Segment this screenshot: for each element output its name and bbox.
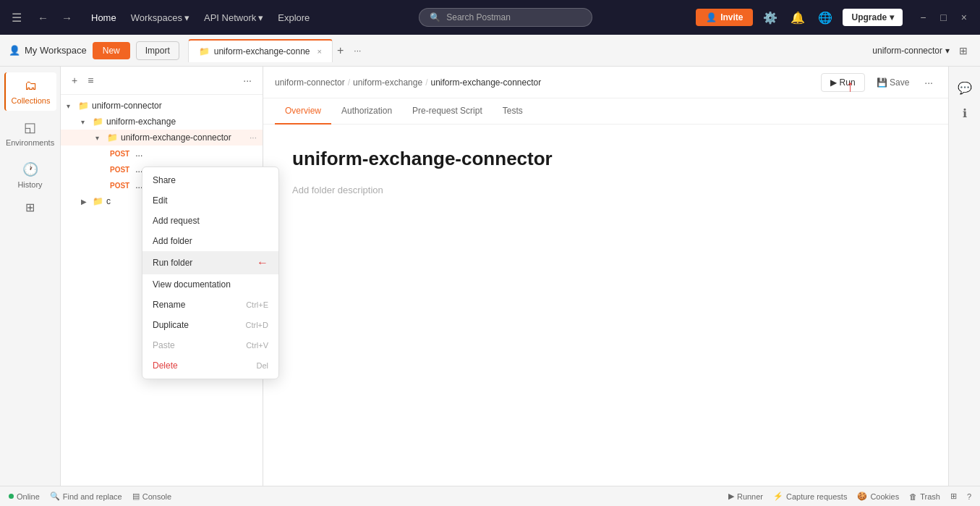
notifications-bell-icon[interactable]: 🔔 — [788, 8, 808, 28]
online-status[interactable]: Online — [9, 492, 40, 501]
tab-overview[interactable]: Overview — [275, 98, 331, 125]
console-button[interactable]: ▤ Console — [132, 492, 171, 501]
sidebar-item-environments[interactable]: ◱ Environments — [4, 114, 56, 153]
sidebar-item-collections[interactable]: 🗂 Collections — [4, 72, 56, 111]
workspaces-menu-item[interactable]: Workspaces ▾ — [125, 9, 195, 26]
info-icon[interactable]: ℹ — [957, 101, 973, 126]
maximize-button[interactable]: □ — [936, 10, 950, 25]
breadcrumb-part2[interactable]: uniform-exchange — [353, 77, 422, 88]
tab-more-button[interactable]: ··· — [348, 44, 367, 57]
main-area: 🗂 Collections ◱ Environments 🕐 History ⊞… — [0, 67, 980, 486]
ctx-share[interactable]: Share — [142, 170, 263, 190]
grid-button[interactable]: ⊞ — [950, 492, 957, 501]
child2-folder-icon: 📁 — [107, 132, 118, 143]
settings-gear-icon[interactable]: ⚙️ — [760, 8, 780, 28]
child1-chevron-icon: ▾ — [81, 118, 90, 126]
ctx-edit[interactable]: Edit — [142, 190, 263, 211]
environments-icon: ◱ — [24, 119, 36, 135]
api-network-label: API Network — [204, 12, 256, 23]
help-button[interactable]: ? — [967, 492, 971, 501]
tree-post-item-1[interactable]: POST ... — [61, 146, 263, 161]
workspace-name: 👤 My Workspace — [9, 45, 87, 56]
runner-button[interactable]: ▶ Runner — [728, 492, 763, 501]
ctx-view-documentation[interactable]: View documentation — [142, 274, 263, 295]
other-chevron-icon: ▶ — [81, 198, 90, 206]
post-badge-3: POST — [110, 182, 129, 190]
person-workspace-icon: 👤 — [9, 45, 20, 56]
search-bar[interactable]: 🔍 Search Postman — [419, 8, 592, 27]
api-network-menu-item[interactable]: API Network ▾ — [198, 9, 269, 26]
upgrade-button[interactable]: Upgrade ▾ — [843, 9, 903, 26]
tree-child1-item[interactable]: ▾ 📁 uniform-exchange — [61, 114, 263, 130]
add-collection-button[interactable]: + — [68, 72, 81, 88]
online-dot-icon — [9, 494, 14, 499]
collections-icon: 🗂 — [25, 78, 38, 93]
ctx-add-folder[interactable]: Add folder — [142, 231, 263, 251]
content-more-button[interactable]: ··· — [921, 75, 937, 90]
main-tab[interactable]: 📁 uniform-exchange-conne × — [188, 39, 333, 62]
runner-icon: ▶ — [728, 492, 734, 501]
run-arrow-icon: ↑ — [846, 77, 854, 96]
breadcrumb-sep2: / — [425, 77, 427, 88]
import-button[interactable]: Import — [136, 41, 179, 60]
panel-header: + ≡ ··· — [61, 67, 263, 95]
minimize-button[interactable]: − — [916, 10, 930, 25]
filter-button[interactable]: ≡ — [84, 72, 97, 88]
breadcrumb-current: uniform-exchange-connector — [430, 77, 541, 88]
ctx-paste-label: Paste — [153, 340, 175, 350]
breadcrumb-sep1: / — [348, 77, 350, 88]
nav-forward-button[interactable]: → — [57, 9, 77, 27]
explore-menu-item[interactable]: Explore — [272, 9, 315, 26]
trash-icon: 🗑 — [909, 492, 917, 501]
other-folder-icon: 📁 — [93, 196, 103, 206]
ctx-run-folder-label: Run folder — [153, 258, 192, 268]
tree-root-item[interactable]: ▾ 📁 uniform-connector — [61, 98, 263, 114]
child2-chevron-icon: ▾ — [95, 134, 104, 142]
new-button[interactable]: New — [93, 42, 130, 59]
folder-description[interactable]: Add folder description — [292, 185, 919, 195]
cookies-button[interactable]: 🍪 Cookies — [857, 492, 899, 501]
ctx-run-folder[interactable]: Run folder ← — [142, 251, 263, 274]
sidebar-item-history[interactable]: 🕐 History — [4, 156, 56, 195]
nav-back-button[interactable]: ← — [33, 9, 53, 27]
ctx-duplicate[interactable]: Duplicate Ctrl+D — [142, 315, 263, 335]
save-button[interactable]: 💾 Save — [871, 74, 916, 91]
tab-tests[interactable]: Tests — [493, 98, 533, 125]
avatar-icon[interactable]: 🌐 — [815, 8, 835, 28]
history-icon: 🕐 — [22, 161, 38, 177]
invite-label: Invite — [720, 12, 743, 22]
tab-pre-request-script[interactable]: Pre-request Script — [402, 98, 493, 125]
sidebar: 🗂 Collections ◱ Environments 🕐 History ⊞ — [0, 67, 61, 486]
invite-button[interactable]: 👤 Invite — [696, 9, 753, 26]
find-replace-button[interactable]: 🔍 Find and replace — [50, 492, 122, 501]
statusbar-left: Online 🔍 Find and replace ▤ Console — [9, 492, 171, 501]
search-icon: 🔍 — [430, 12, 440, 22]
ctx-duplicate-label: Duplicate — [153, 320, 189, 330]
ctx-add-request[interactable]: Add request — [142, 211, 263, 231]
trash-button[interactable]: 🗑 Trash — [909, 492, 940, 501]
sidebar-add-button[interactable]: ⊞ — [22, 198, 38, 217]
help-icon: ? — [967, 492, 971, 501]
comments-icon[interactable]: 💬 — [952, 75, 978, 101]
child2-more-button[interactable]: ··· — [250, 132, 257, 143]
close-button[interactable]: × — [957, 10, 971, 25]
panel-more-button[interactable]: ··· — [239, 72, 255, 88]
capture-requests-button[interactable]: ⚡ Capture requests — [773, 492, 847, 501]
add-tab-button[interactable]: + — [333, 43, 348, 59]
tab-close-button[interactable]: × — [318, 47, 322, 56]
upgrade-label: Upgrade — [851, 12, 887, 22]
online-label: Online — [17, 492, 40, 501]
root-folder-icon: 📁 — [78, 101, 89, 111]
hamburger-menu-button[interactable]: ☰ — [9, 8, 25, 28]
folder-tab-icon: 📁 — [199, 46, 210, 56]
tree-child2-item[interactable]: ▾ 📁 uniform-exchange-connector ··· — [61, 130, 263, 146]
tab-authorization[interactable]: Authorization — [331, 98, 402, 125]
breadcrumb-part1[interactable]: uniform-connector — [275, 77, 345, 88]
ctx-paste: Paste Ctrl+V — [142, 335, 263, 355]
ctx-delete[interactable]: Delete Del — [142, 355, 263, 376]
home-menu-item[interactable]: Home — [85, 9, 122, 26]
ctx-rename[interactable]: Rename Ctrl+E — [142, 295, 263, 315]
ctx-paste-shortcut: Ctrl+V — [246, 341, 263, 350]
layout-icon[interactable]: ⊞ — [955, 43, 971, 59]
run-button[interactable]: ▶ Run — [821, 73, 865, 92]
